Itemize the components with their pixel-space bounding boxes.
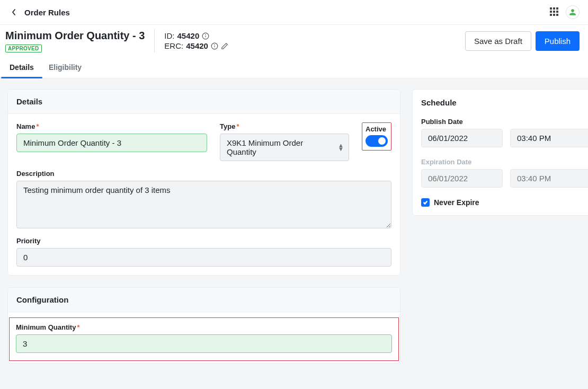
type-label: Type* [220, 122, 349, 130]
schedule-card-title: Schedule [413, 90, 588, 109]
status-badge: APPROVED [5, 45, 42, 52]
pencil-icon[interactable] [221, 42, 228, 50]
info-icon[interactable] [202, 32, 209, 40]
publish-button[interactable]: Publish [536, 31, 580, 51]
id-value: 45420 [177, 31, 200, 40]
min-quantity-input[interactable] [16, 334, 392, 353]
info-icon[interactable] [211, 42, 218, 50]
priority-input[interactable] [16, 248, 391, 267]
tab-details[interactable]: Details [8, 58, 35, 78]
erc-value: 45420 [186, 41, 208, 50]
configuration-card: Configuration Minimum Quantity* [7, 287, 400, 364]
configuration-card-title: Configuration [8, 288, 400, 312]
details-card-title: Details [8, 90, 400, 114]
schedule-card: Schedule Publish Date Expiration Date [412, 89, 588, 216]
name-label: Name* [16, 122, 207, 130]
expiration-time-input [510, 169, 588, 188]
svg-point-2 [206, 34, 206, 35]
erc-label: ERC: [164, 41, 183, 50]
min-quantity-label: Minimum Quantity* [16, 323, 392, 331]
expiration-date-input [421, 169, 503, 188]
publish-date-label: Publish Date [421, 118, 584, 126]
never-expire-checkbox[interactable] [421, 198, 430, 207]
active-toggle-highlight: Active [362, 122, 391, 151]
details-card: Details Name* Type* X9K1 Minimum Order Q… [7, 89, 400, 276]
publish-time-input[interactable] [510, 129, 588, 147]
back-button[interactable] [8, 7, 19, 17]
active-label: Active [366, 125, 388, 133]
priority-label: Priority [16, 237, 391, 245]
description-textarea[interactable] [16, 181, 391, 228]
min-quantity-highlight: Minimum Quantity* [9, 317, 399, 361]
page-title: Minimum Order Quantity - 3 [5, 30, 145, 42]
avatar[interactable] [566, 5, 580, 19]
id-label: ID: [164, 31, 174, 40]
apps-grid-icon[interactable] [550, 7, 559, 17]
tab-eligibility[interactable]: Eligibility [48, 58, 83, 78]
type-select[interactable]: X9K1 Minimum Order Quantity [220, 134, 349, 161]
name-input[interactable] [16, 134, 207, 152]
active-toggle[interactable] [366, 135, 388, 147]
divider [154, 29, 155, 52]
save-as-draft-button[interactable]: Save as Draft [465, 31, 531, 51]
never-expire-label: Never Expire [434, 198, 479, 207]
description-label: Description [16, 170, 391, 178]
svg-point-5 [215, 45, 215, 45]
expiration-date-label: Expiration Date [421, 158, 584, 166]
breadcrumb-title: Order Rules [24, 8, 70, 17]
publish-date-input[interactable] [421, 129, 503, 147]
